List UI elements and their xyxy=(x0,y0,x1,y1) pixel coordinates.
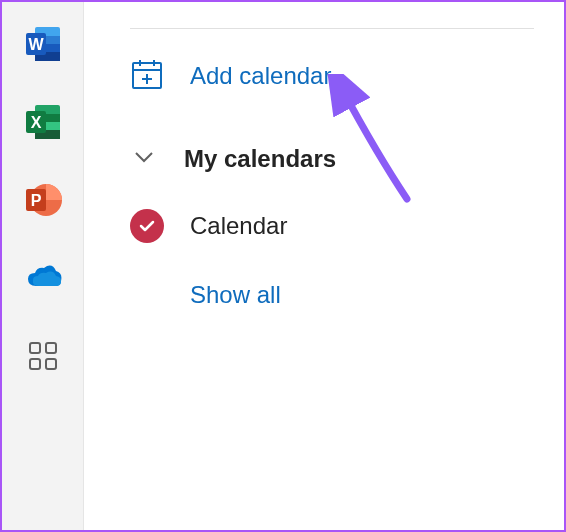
svg-text:W: W xyxy=(28,36,44,53)
divider xyxy=(130,28,534,29)
app-launcher-rail: W X P xyxy=(2,2,84,530)
svg-rect-15 xyxy=(30,343,40,353)
powerpoint-app-icon[interactable]: P xyxy=(23,180,63,220)
onedrive-app-icon[interactable] xyxy=(23,258,63,298)
my-calendars-title: My calendars xyxy=(184,145,336,173)
my-calendars-section-header[interactable]: My calendars xyxy=(130,143,564,175)
calendar-item-label: Calendar xyxy=(190,212,287,240)
calendar-checked-icon[interactable] xyxy=(130,209,164,243)
svg-rect-16 xyxy=(46,343,56,353)
add-calendar-label: Add calendar xyxy=(190,62,331,90)
svg-text:P: P xyxy=(30,192,41,209)
svg-rect-17 xyxy=(30,359,40,369)
show-all-label: Show all xyxy=(190,281,281,308)
word-app-icon[interactable]: W xyxy=(23,24,63,64)
excel-app-icon[interactable]: X xyxy=(23,102,63,142)
calendar-list-item[interactable]: Calendar xyxy=(130,209,564,243)
show-all-link[interactable]: Show all xyxy=(190,281,564,309)
chevron-down-icon xyxy=(130,143,158,175)
add-calendar-button[interactable]: Add calendar xyxy=(130,57,564,95)
add-calendar-icon xyxy=(130,57,164,95)
apps-grid-icon[interactable] xyxy=(23,336,63,376)
svg-rect-18 xyxy=(46,359,56,369)
calendar-sidebar-panel: Add calendar My calendars Calendar Show … xyxy=(84,2,564,530)
svg-text:X: X xyxy=(30,114,41,131)
